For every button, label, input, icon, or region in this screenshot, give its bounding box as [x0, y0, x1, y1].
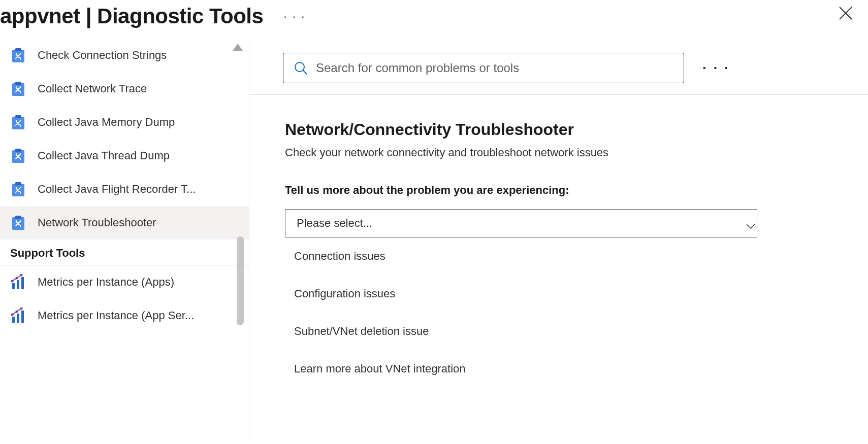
- dropdown-option-connection-issues[interactable]: Connection issues: [285, 237, 757, 275]
- search-row: · · ·: [249, 39, 868, 95]
- metrics-chart-icon: [10, 274, 26, 290]
- search-box[interactable]: [283, 53, 684, 83]
- svg-rect-28: [21, 311, 24, 323]
- page-title: appvnet | Diagnostic Tools: [0, 4, 263, 28]
- sidebar-item-label: Collect Network Trace: [38, 82, 240, 95]
- dropdown-option-learn-more-about-vnet-integration[interactable]: Learn more about VNet integration: [285, 350, 757, 388]
- problem-dropdown: Connection issuesConfiguration issuesSub…: [285, 237, 757, 388]
- sidebar-item-label: Collect Java Thread Dump: [38, 149, 240, 162]
- tools-clipboard-icon: [10, 47, 26, 63]
- svg-rect-9: [15, 115, 21, 118]
- svg-rect-12: [15, 149, 21, 152]
- svg-rect-21: [17, 280, 19, 289]
- troubleshooter-title: Network/Connectivity Troubleshooter: [285, 120, 832, 139]
- troubleshooter-description: Check your network connectivity and trou…: [285, 146, 832, 159]
- search-input[interactable]: [316, 61, 673, 75]
- sidebar-item-check-connection-strings[interactable]: Check Connection Strings: [0, 39, 249, 72]
- svg-point-23: [11, 280, 14, 283]
- sidebar-item-collect-java-flight-recorder-t[interactable]: Collect Java Flight Recorder T...: [0, 173, 249, 206]
- svg-point-24: [16, 277, 18, 280]
- sidebar-item-label: Network Troubleshooter: [38, 216, 240, 229]
- tools-clipboard-icon: [10, 181, 26, 197]
- sidebar-item-label: Collect Java Flight Recorder T...: [38, 183, 240, 196]
- search-icon: [294, 61, 308, 75]
- sidebar-item-label: Metrics per Instance (Apps): [38, 276, 240, 289]
- problem-prompt-label: Tell us more about the problem you are e…: [285, 184, 832, 197]
- sidebar-item-metrics-per-instance-app-ser[interactable]: Metrics per Instance (App Ser...: [0, 299, 249, 332]
- svg-point-29: [11, 314, 14, 316]
- problem-select-value: Please select...: [297, 217, 372, 230]
- svg-rect-20: [12, 283, 15, 289]
- problem-select[interactable]: Please select...: [285, 209, 757, 237]
- dropdown-option-subnet-vnet-deletion-issue[interactable]: Subnet/VNet deletion issue: [285, 313, 757, 350]
- sidebar: Check Connection Strings Collect Network…: [0, 39, 249, 442]
- close-icon: [839, 6, 853, 20]
- sidebar-item-collect-network-trace[interactable]: Collect Network Trace: [0, 72, 249, 106]
- tools-clipboard-icon: [10, 148, 26, 164]
- svg-point-30: [16, 311, 18, 313]
- tools-clipboard-icon: [10, 81, 26, 97]
- svg-rect-6: [15, 82, 21, 85]
- svg-rect-27: [17, 314, 19, 323]
- close-button[interactable]: [839, 5, 853, 23]
- svg-rect-18: [15, 216, 21, 219]
- sidebar-item-network-troubleshooter[interactable]: Network Troubleshooter: [0, 206, 249, 240]
- scroll-up-arrow-icon[interactable]: [233, 44, 243, 51]
- header-more-button[interactable]: · · ·: [283, 9, 305, 23]
- svg-rect-26: [12, 317, 15, 323]
- sidebar-item-metrics-per-instance-apps[interactable]: Metrics per Instance (Apps): [0, 265, 249, 299]
- sidebar-section-support-tools: Support Tools: [0, 240, 249, 265]
- svg-rect-3: [15, 48, 21, 51]
- sidebar-item-collect-java-memory-dump[interactable]: Collect Java Memory Dump: [0, 106, 249, 139]
- sidebar-item-collect-java-thread-dump[interactable]: Collect Java Thread Dump: [0, 139, 249, 173]
- sidebar-item-label: Metrics per Instance (App Ser...: [38, 309, 240, 322]
- main-more-button[interactable]: · · ·: [702, 60, 730, 76]
- tools-clipboard-icon: [10, 114, 26, 130]
- sidebar-item-label: Check Connection Strings: [38, 49, 240, 62]
- tools-clipboard-icon: [10, 215, 26, 231]
- dropdown-option-configuration-issues[interactable]: Configuration issues: [285, 275, 757, 313]
- scrollbar-thumb[interactable]: [237, 236, 244, 325]
- page-header: appvnet | Diagnostic Tools · · ·: [0, 0, 868, 39]
- svg-line-33: [303, 71, 307, 74]
- svg-rect-22: [21, 277, 24, 289]
- sidebar-item-label: Collect Java Memory Dump: [38, 116, 240, 129]
- main-pane: · · · Network/Connectivity Troubleshoote…: [249, 39, 868, 442]
- metrics-chart-icon: [10, 308, 26, 324]
- svg-rect-15: [15, 182, 21, 185]
